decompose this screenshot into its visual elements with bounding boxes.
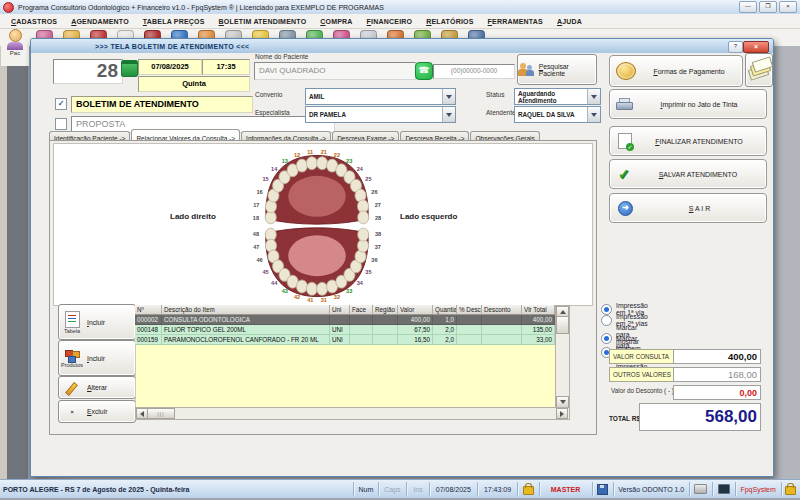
sair-button[interactable]: ➜ S A I R [609, 193, 767, 223]
incluir-produtos-button[interactable]: Produtos Incluir [58, 340, 136, 376]
table-header-cell[interactable]: Nº [135, 305, 162, 315]
svg-text:18: 18 [253, 215, 259, 221]
chevron-down-icon[interactable] [442, 107, 455, 122]
imprimir-button[interactable]: Imprimir no Jato de Tinta [609, 89, 767, 119]
menu-item[interactable]: BOLETIM ATENDIMENTO [212, 18, 314, 25]
svg-text:31: 31 [321, 297, 327, 303]
menu-item[interactable]: TABELA PREÇOS [136, 18, 212, 25]
restore-button[interactable]: ❐ [759, 1, 777, 13]
table-header-cell[interactable]: Descrição do Item [162, 305, 330, 315]
close-button[interactable]: × [779, 1, 797, 13]
formas-pagamento-button[interactable]: Formas de Pagamento [609, 55, 743, 87]
horizontal-scrollbar[interactable]: ||| [135, 407, 570, 420]
table-doc-icon: Tabela [59, 311, 85, 334]
excluir-button[interactable]: × Excluir [58, 400, 136, 423]
record-number-field[interactable]: 28 [53, 59, 123, 84]
atendente-select[interactable]: RAQUEL DA SILVA [514, 106, 601, 123]
patient-name-input[interactable]: DAVI QUADRADO [254, 62, 416, 80]
especialista-select[interactable]: DR PAMELA [305, 106, 456, 123]
incluir-tabela-button[interactable]: Tabela Incluir [58, 304, 136, 340]
menu-item[interactable]: FINANCEIRO [360, 18, 420, 25]
chevron-down-icon[interactable] [587, 107, 600, 122]
table-row[interactable]: 000148FLUOR TOPICO GEL 200MLUNI 67,502,0… [135, 325, 555, 335]
table-header-cell[interactable]: % Desc. [457, 305, 482, 315]
svg-text:48: 48 [253, 231, 259, 237]
especialista-label: Especialista [255, 109, 290, 116]
delete-x-icon: × [59, 409, 85, 415]
incluir-produtos-label: Incluir [87, 355, 105, 362]
svg-text:43: 43 [282, 288, 288, 294]
monitor-icon [713, 482, 736, 496]
valor-consulta-value[interactable]: 400,00 [673, 349, 761, 364]
svg-text:13: 13 [282, 158, 288, 164]
svg-text:35: 35 [365, 269, 371, 275]
boletim-window-title: >>> TELA BOLETIM DE ATENDIMENTO <<< [95, 43, 249, 50]
lower-arch-image: 48474645444342413132333435363738 [228, 226, 406, 304]
menu-item[interactable]: FERRAMENTAS [481, 18, 550, 25]
screen: { "app": { "title": "Programa Consultóri… [0, 0, 800, 500]
svg-text:17: 17 [253, 202, 259, 208]
finalizar-button[interactable]: FINALIZAR ATENDIMENTO [609, 126, 767, 156]
app-title: Programa Consultório Odontológico + Fina… [18, 4, 384, 11]
table-row[interactable]: 000159PARAMONOCLOROFENOL CANFORADO - FR … [135, 335, 555, 345]
patient-name-label: Nome do Paciente [255, 53, 308, 60]
money-notes-icon [748, 58, 770, 82]
menu-item[interactable]: RELATÓRIOS [419, 18, 480, 25]
alterar-button[interactable]: Alterar [58, 376, 136, 399]
outros-valores-value[interactable]: 168,00 [673, 367, 761, 382]
chevron-down-icon[interactable] [587, 89, 600, 104]
time-field[interactable]: 17:35 [202, 59, 250, 75]
vertical-scrollbar[interactable] [555, 305, 570, 409]
finalizar-label: FINALIZAR ATENDIMENTO [632, 138, 766, 145]
table-header-cell[interactable]: Desconto [482, 305, 522, 315]
minimize-button[interactable]: — [739, 1, 757, 13]
svg-text:23: 23 [346, 158, 352, 164]
status-select[interactable]: Aguardando Atendimento [514, 88, 601, 105]
calendar-icon[interactable] [121, 60, 138, 77]
table-header-cell[interactable]: Região [373, 305, 398, 315]
atendente-label: Atendente [486, 109, 516, 116]
tab-page: 18171615141312112122232425262728 4847464… [49, 140, 597, 435]
formas-pagamento-label: Formas de Pagamento [636, 68, 742, 75]
table-empty-area [135, 345, 557, 408]
dental-chart-box: 18171615141312112122232425262728 4847464… [53, 143, 593, 306]
desconto-value[interactable]: 0,00 [673, 385, 761, 400]
svg-text:24: 24 [357, 166, 364, 172]
boletim-checkbox[interactable]: ✓ [55, 98, 67, 110]
horizontal-scrollbar-thumb[interactable]: ||| [147, 408, 175, 419]
window-close-button[interactable]: × [743, 41, 769, 53]
svg-text:34: 34 [357, 280, 364, 286]
table-header-cell[interactable]: Face [350, 305, 373, 315]
menu-item[interactable]: COMPRA [313, 18, 359, 25]
toolbar-patient-button[interactable]: Pac [1, 28, 29, 66]
atendente-value: RAQUEL DA SILVA [518, 111, 574, 118]
search-patient-button[interactable]: Pesquisar Paciente [517, 54, 597, 85]
vertical-scrollbar-thumb[interactable] [556, 316, 569, 334]
help-button[interactable]: ? [728, 41, 743, 53]
table-header-cell[interactable]: Uni [330, 305, 350, 315]
menu-item[interactable]: AGENDAMENTO [64, 18, 136, 25]
menu-item[interactable]: AJUDA [550, 18, 589, 25]
table-header-cell[interactable]: Quantia [433, 305, 457, 315]
svg-text:47: 47 [253, 244, 259, 250]
sair-label: S A I R [633, 205, 766, 212]
chevron-down-icon[interactable] [442, 89, 455, 104]
excluir-label: Excluir [87, 408, 107, 415]
menu-bar: CADASTROSAGENDAMENTOTABELA PREÇOSBOLETIM… [0, 14, 800, 29]
table-header-cell[interactable]: Vlr Total [522, 305, 555, 315]
status-user: MASTER [540, 482, 593, 496]
date-field[interactable]: 07/08/2025 [138, 59, 202, 75]
phone-field[interactable]: (00)00000-0000 [433, 64, 515, 79]
table-header: NºDescrição do ItemUniFaceRegiãoValorQua… [135, 305, 555, 315]
status-value: Aguardando Atendimento [518, 90, 587, 104]
whatsapp-icon[interactable]: ☎ [415, 62, 433, 80]
money-notes-button[interactable] [745, 53, 773, 87]
boletim-window-titlebar[interactable]: >>> TELA BOLETIM DE ATENDIMENTO <<< [31, 39, 773, 53]
menu-item[interactable]: CADASTROS [4, 18, 64, 25]
outros-valores-label: OUTROS VALORES [609, 367, 676, 382]
table-header-cell[interactable]: Valor [398, 305, 433, 315]
salvar-button[interactable]: ✓ SALVAR ATENDIMENTO [609, 159, 767, 189]
convenio-select[interactable]: AMIL [305, 88, 456, 105]
table-row[interactable]: 000002CONSULTA ODONTOLOGICA 400,001,0 40… [135, 315, 555, 325]
status-ins: Ins [407, 482, 430, 496]
